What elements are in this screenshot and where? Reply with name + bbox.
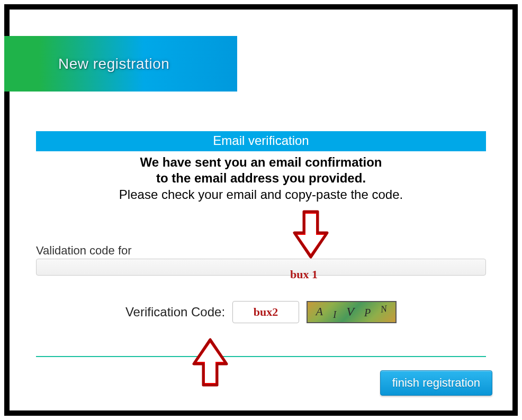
main-content: Email verification We have sent you an e… xyxy=(36,131,486,361)
captcha-char: A xyxy=(316,305,323,318)
arrow-up-icon xyxy=(192,337,229,387)
verification-row: Verification Code: bux2 A I V P N xyxy=(36,301,486,323)
finish-button-label: finish registration xyxy=(392,376,480,389)
divider xyxy=(36,356,486,357)
instruction-line: Please check your email and copy-paste t… xyxy=(36,186,486,203)
captcha-image: A I V P N xyxy=(307,301,397,323)
confirmation-line-2: to the email address you provided. xyxy=(36,170,486,186)
verification-code-label: Verification Code: xyxy=(125,305,225,319)
finish-registration-button[interactable]: finish registration xyxy=(380,370,492,396)
captcha-char: P xyxy=(364,307,371,319)
section-title: Email verification xyxy=(213,133,309,148)
annotation-bux1: bux 1 xyxy=(290,268,318,281)
arrow-down-icon xyxy=(292,209,329,259)
validation-code-input[interactable] xyxy=(36,259,486,276)
page-title: New registration xyxy=(58,56,169,72)
confirmation-line-1: We have sent you an email confirmation xyxy=(36,154,486,170)
section-header: Email verification xyxy=(36,131,486,151)
verification-code-input[interactable]: bux2 xyxy=(232,301,299,323)
captcha-char: I xyxy=(333,309,336,321)
captcha-char: N xyxy=(380,303,388,315)
annotation-bux2: bux2 xyxy=(254,305,278,319)
validation-code-label: Validation code for xyxy=(36,244,486,258)
window-frame: New registration Email verification We h… xyxy=(4,4,518,416)
page-title-banner: New registration xyxy=(4,36,237,92)
captcha-char: V xyxy=(346,305,354,319)
